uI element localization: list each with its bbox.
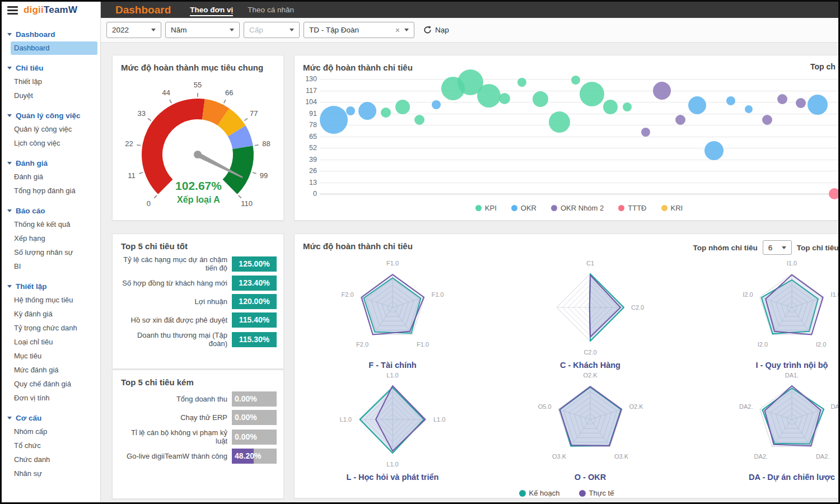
- bubble-point: [414, 115, 424, 125]
- sidebar-item-5-4[interactable]: Mục tiêu: [11, 349, 97, 363]
- sidebar-item-5-7[interactable]: Đơn vị tính: [11, 391, 97, 405]
- tab-1[interactable]: Theo cá nhân: [248, 2, 294, 18]
- org-select-value: TD - Tập Đoàn: [309, 26, 391, 34]
- sidebar-item-4-1[interactable]: Xếp hạng: [11, 232, 97, 245]
- gauge-rating: Xếp loại A: [113, 195, 284, 205]
- svg-text:O3.K: O3.K: [552, 453, 567, 460]
- gridline-91: [320, 114, 838, 114]
- sidebar: digiiTeamW DashboardDashboardChỉ tiêuThi…: [2, 2, 101, 502]
- app-root: digiiTeamW DashboardDashboardChỉ tiêuThi…: [0, 0, 840, 504]
- level-select-placeholder: Cấp: [249, 26, 285, 34]
- sidebar-item-4-0[interactable]: Thống kê kết quả: [11, 218, 97, 231]
- gridline-52: [320, 148, 838, 148]
- sidebar-group-6[interactable]: Cơ cấu: [2, 411, 100, 424]
- reload-button[interactable]: Nạp: [423, 26, 449, 34]
- bubble-point: [675, 115, 685, 125]
- sidebar-item-3-1[interactable]: Tổng hợp đánh giá: [11, 184, 97, 198]
- legend-item-Kế hoạch: Kế hoạch: [519, 489, 560, 497]
- tab-0[interactable]: Theo đơn vị: [190, 2, 233, 18]
- legend-item-OKR: OKR: [511, 204, 536, 212]
- svg-text:O5.0: O5.0: [538, 403, 552, 410]
- list-item-label: Lợi nhuận: [118, 297, 232, 306]
- sidebar-item-5-1[interactable]: Kỳ đánh giá: [11, 307, 97, 321]
- y-tick-label: 52: [297, 144, 317, 152]
- list-item-label: Tổng doanh thu: [118, 395, 232, 403]
- svg-text:F2.0: F2.0: [342, 291, 354, 298]
- legend-dot: [661, 205, 668, 211]
- svg-text:66: 66: [225, 88, 233, 97]
- y-tick-label: 65: [297, 133, 317, 141]
- top-bad-panel: Top 5 chỉ tiêu kém Tổng doanh thu0.00%Ch…: [112, 370, 284, 499]
- y-tick-label: 78: [297, 121, 317, 129]
- svg-text:F2.0: F2.0: [356, 341, 368, 348]
- svg-text:I1.0: I1.0: [830, 291, 838, 298]
- sidebar-group-4[interactable]: Báo cáo: [2, 204, 100, 217]
- legend-label: Thực tế: [589, 489, 614, 497]
- sidebar-item-2-1[interactable]: Lịch công việc: [11, 137, 97, 150]
- list-item-value-badge: 0.00%: [232, 430, 277, 445]
- clear-icon[interactable]: ×: [395, 26, 400, 35]
- sidebar-item-5-6[interactable]: Quy chế đánh giá: [11, 377, 97, 391]
- sidebar-item-6-2[interactable]: Chức danh: [11, 453, 97, 466]
- sidebar-group-3[interactable]: Đánh giá: [2, 156, 100, 170]
- radar-svg: F1.0F1.0F1.0F2.0F2.0: [309, 259, 477, 356]
- year-select-value: 2022: [112, 26, 147, 34]
- legend-label: KPI: [485, 204, 497, 212]
- sidebar-item-6-1[interactable]: Tổ chức: [11, 439, 97, 452]
- sidebar-item-5-2[interactable]: Tỷ trọng chức danh: [11, 321, 97, 335]
- bubble-point: [477, 84, 501, 108]
- y-tick-label: 130: [297, 75, 317, 83]
- svg-text:DA2.: DA2.: [816, 453, 829, 460]
- svg-text:O2.K: O2.K: [629, 403, 643, 410]
- list-item-value-badge: 125.00%: [232, 256, 277, 272]
- sidebar-group-2[interactable]: Quản lý công việc: [2, 109, 100, 122]
- legend-label: OKR: [521, 204, 536, 212]
- list-item-value-badge: 115.30%: [232, 332, 277, 347]
- year-select[interactable]: 2022: [106, 22, 161, 38]
- list-item-value-badge: 115.40%: [232, 312, 277, 328]
- sidebar-item-1-1[interactable]: Duyệt: [11, 89, 97, 102]
- bubble-point: [381, 108, 391, 118]
- svg-text:44: 44: [162, 88, 170, 97]
- y-tick-label: 91: [297, 110, 317, 118]
- sidebar-item-4-3[interactable]: BI: [11, 260, 97, 273]
- sidebar-item-5-3[interactable]: Loại chỉ tiêu: [11, 335, 97, 349]
- top-item-label: Top chỉ tiêu /: [797, 244, 838, 252]
- top-group-label: Top nhóm chỉ tiêu: [693, 244, 758, 252]
- legend-label: OKR Nhóm 2: [561, 204, 604, 212]
- bubble-point: [499, 93, 510, 104]
- radar-chart-2: I1.0I1.0I2.0I2.0I2.0I - Quy trình nội bộ: [708, 259, 838, 370]
- org-select[interactable]: TD - Tập Đoàn ×: [304, 22, 414, 38]
- svg-text:I1.0: I1.0: [787, 260, 797, 267]
- sidebar-group-0[interactable]: Dashboard: [2, 27, 100, 41]
- menu-icon[interactable]: [7, 6, 18, 15]
- sidebar-item-2-0[interactable]: Quản lý công việc: [11, 123, 97, 136]
- top-good-title: Top 5 chỉ tiêu tốt: [121, 241, 283, 251]
- sidebar-group-1[interactable]: Chỉ tiêu: [2, 61, 100, 74]
- sidebar-item-0-0[interactable]: Dashboard: [11, 41, 97, 55]
- radar-caption: F - Tài chính: [309, 361, 477, 370]
- legend-item-Thực tế: Thực tế: [579, 489, 614, 497]
- bubble-point: [395, 100, 410, 114]
- bubble-point: [603, 100, 618, 114]
- sidebar-item-6-3[interactable]: Nhân sự: [11, 467, 97, 480]
- sidebar-item-4-2[interactable]: Số lượng nhân sự: [11, 246, 97, 259]
- period-select[interactable]: Năm: [165, 22, 240, 38]
- legend-item-KRI: KRI: [661, 204, 683, 212]
- sidebar-item-6-0[interactable]: Nhóm cấp: [11, 425, 97, 438]
- sidebar-item-5-0[interactable]: Hệ thống mục tiêu: [11, 293, 97, 307]
- sidebar-item-5-5[interactable]: Mức đánh giá: [11, 363, 97, 377]
- reload-label: Nạp: [435, 26, 449, 34]
- gauge-value: 102.67%: [113, 179, 284, 193]
- bubble-point: [517, 78, 526, 87]
- bubble-chart-title: Mức độ hoàn thành chỉ tiêu: [303, 63, 838, 72]
- list-item-value-badge: 48.20%: [232, 449, 277, 464]
- radar-chart-3: L1.0L1.0L1.0L1.0L - Học hỏi và phát triể…: [309, 371, 477, 482]
- level-select[interactable]: Cấp: [244, 22, 300, 38]
- list-item-value-badge: 0.00%: [232, 391, 277, 407]
- sidebar-item-3-0[interactable]: Đánh giá: [11, 170, 97, 184]
- top-group-select[interactable]: 6: [763, 240, 792, 255]
- sidebar-item-1-0[interactable]: Thiết lập: [11, 75, 97, 88]
- sidebar-group-5[interactable]: Thiết lập: [2, 279, 100, 293]
- radar-chart-5: DA1.DA1.DA2.DA2.DA2.DA - Dự án chiến lượ…: [708, 371, 838, 482]
